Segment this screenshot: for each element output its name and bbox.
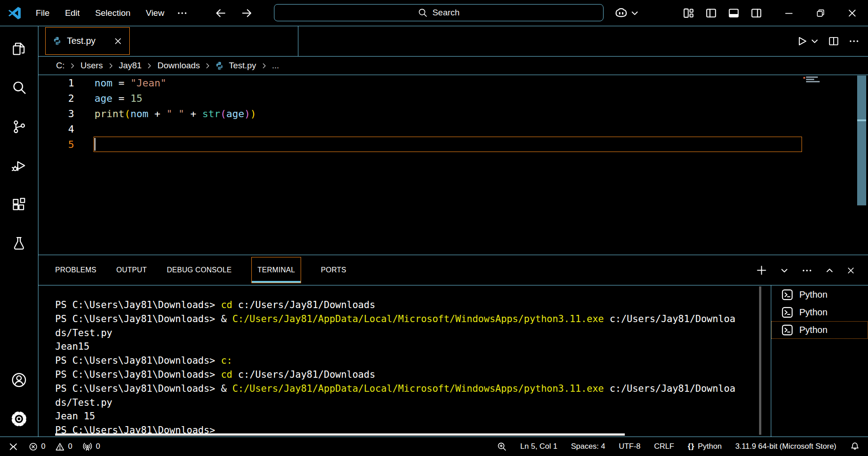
minimize-icon <box>783 8 794 19</box>
code-editor[interactable]: 1nom = "Jean"2age = 153print(nom + " " +… <box>38 75 868 255</box>
breadcrumb-item[interactable]: Test.py <box>229 61 256 71</box>
text-cursor <box>94 138 95 151</box>
terminal-icon <box>781 289 793 301</box>
toggle-secondary-sidebar-icon[interactable] <box>750 7 762 19</box>
terminal-line: ds/Test.py <box>55 396 771 410</box>
status-item-spaces-4[interactable]: Spaces: 4 <box>571 442 605 451</box>
panel-more-icon[interactable] <box>801 265 813 276</box>
testing-icon <box>11 235 27 252</box>
close-panel-icon[interactable] <box>846 266 855 275</box>
run-button[interactable] <box>796 35 819 47</box>
activity-settings[interactable] <box>10 411 28 427</box>
menu-file[interactable]: File <box>28 8 57 18</box>
editor-actions <box>796 26 860 56</box>
split-editor-icon[interactable] <box>828 35 840 47</box>
status-item-0[interactable]: 0 <box>55 442 72 451</box>
breadcrumb: C:UsersJay81DownloadsTest.py... <box>38 57 868 75</box>
menu-view[interactable]: View <box>138 8 172 18</box>
search-icon <box>11 80 27 96</box>
terminal-line: PS C:\Users\Jay81\Downloads> cd c:/Users… <box>55 368 771 382</box>
copilot-button[interactable] <box>614 6 639 20</box>
terminal-line: PS C:\Users\Jay81\Downloads> & C:/Users/… <box>55 312 771 326</box>
line-number: 3 <box>38 108 74 119</box>
maximize-panel-icon[interactable] <box>825 266 834 275</box>
status-item-ln-5-col-1[interactable]: Ln 5, Col 1 <box>520 442 557 451</box>
go-back-icon[interactable] <box>214 7 227 19</box>
activity-bar <box>0 26 38 437</box>
activity-testing[interactable] <box>10 236 28 251</box>
panel-tab-terminal[interactable]: TERMINAL <box>251 257 301 283</box>
close-button[interactable] <box>836 0 868 26</box>
menu-edit[interactable]: Edit <box>57 8 88 18</box>
menu-overflow-icon[interactable] <box>176 7 188 19</box>
run-and-debug-icon <box>11 157 27 174</box>
menu-bar-items: FileEditSelectionView <box>28 8 172 18</box>
status-item[interactable] <box>8 442 19 452</box>
terminal-vscrollbar[interactable] <box>759 286 761 435</box>
terminal-profile-dropdown-icon[interactable] <box>780 266 789 275</box>
close-icon <box>847 8 858 19</box>
status-item-crlf[interactable]: CRLF <box>654 442 674 451</box>
activity-run-and-debug[interactable] <box>10 158 28 173</box>
tower-icon <box>82 442 93 452</box>
status-item[interactable] <box>497 442 507 451</box>
status-label: Spaces: 4 <box>571 442 605 451</box>
go-forward-icon[interactable] <box>241 7 253 19</box>
panel-tab-output[interactable]: OUTPUT <box>116 266 147 274</box>
panel-tab-debug-console[interactable]: DEBUG CONSOLE <box>167 266 232 274</box>
activity-search[interactable] <box>10 80 28 95</box>
activity-extensions[interactable] <box>10 197 28 212</box>
run-dropdown-icon[interactable] <box>810 37 819 46</box>
code-line: 5 <box>38 137 868 152</box>
breadcrumb-item[interactable]: Users <box>80 61 103 71</box>
tab-testpy[interactable]: Test.py <box>45 27 130 55</box>
bell-icon <box>850 442 860 451</box>
customize-layout-icon[interactable] <box>683 7 694 19</box>
editor-tab-strip: Test.py <box>38 26 868 57</box>
code-text: nom = "Jean" <box>94 77 166 89</box>
status-item[interactable] <box>850 442 860 451</box>
breadcrumb-item[interactable]: ... <box>272 61 279 71</box>
breadcrumb-item[interactable]: Downloads <box>157 61 200 71</box>
status-item-0[interactable]: 0 <box>28 442 45 451</box>
panel-tab-problems[interactable]: PROBLEMS <box>55 266 96 274</box>
menu-selection[interactable]: Selection <box>87 8 138 18</box>
status-item-0[interactable]: 0 <box>82 442 100 452</box>
terminal-icon <box>781 324 793 336</box>
copilot-icon <box>614 6 628 20</box>
search-input[interactable]: Search <box>274 4 604 21</box>
terminal-list-item[interactable]: Python <box>771 286 868 304</box>
status-item-python[interactable]: {}Python <box>688 442 722 451</box>
title-bar-right <box>614 0 868 26</box>
status-item-3-11-9-64-bit-microsoft-store-[interactable]: 3.11.9 64-bit (Microsoft Store) <box>735 442 836 451</box>
terminal-hscrollbar[interactable] <box>55 433 625 436</box>
vscode-window: FileEditSelectionView Search Test.py <box>0 0 868 456</box>
toggle-primary-sidebar-icon[interactable] <box>705 7 717 19</box>
bottom-panel: PROBLEMSOUTPUTDEBUG CONSOLETERMINALPORTS… <box>38 255 868 437</box>
status-label: Ln 5, Col 1 <box>520 442 557 451</box>
line-number: 4 <box>38 124 74 135</box>
activity-explorer[interactable] <box>10 41 28 57</box>
terminal-list-item[interactable]: Python <box>771 321 868 339</box>
new-terminal-icon[interactable] <box>755 264 768 276</box>
status-item-utf-8[interactable]: UTF-8 <box>619 442 641 451</box>
terminal-list-label: Python <box>799 325 827 335</box>
more-actions-icon[interactable] <box>848 35 860 47</box>
activity-bar-top <box>10 41 28 275</box>
breadcrumb-item[interactable]: Jay81 <box>119 61 142 71</box>
activity-bar-bottom <box>10 349 28 427</box>
toggle-panel-icon[interactable] <box>728 7 740 19</box>
breadcrumb-item[interactable]: C: <box>56 61 65 71</box>
panel-tab-ports[interactable]: PORTS <box>321 266 346 274</box>
window-controls <box>773 0 868 26</box>
warning-icon <box>55 442 65 451</box>
minimize-button[interactable] <box>773 0 805 26</box>
activity-accounts[interactable] <box>10 372 28 388</box>
terminal-list-item[interactable]: Python <box>771 304 868 321</box>
terminal-output[interactable]: PS C:\Users\Jay81\Downloads> cd c:/Users… <box>38 285 771 437</box>
line-number: 5 <box>38 139 74 150</box>
activity-source-control[interactable] <box>10 119 28 134</box>
close-icon[interactable] <box>113 37 123 46</box>
python-icon <box>52 36 62 46</box>
restore-button[interactable] <box>805 0 836 26</box>
